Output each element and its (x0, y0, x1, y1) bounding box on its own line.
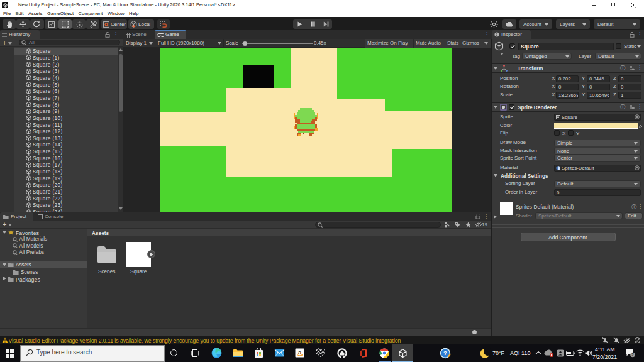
svg-text:2: 2 (631, 353, 634, 357)
svg-text:a: a (298, 349, 301, 356)
svg-text:?: ? (443, 349, 447, 356)
